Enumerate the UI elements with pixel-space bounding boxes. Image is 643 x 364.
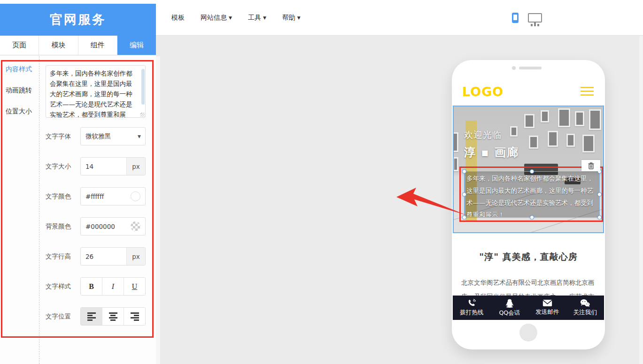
red-annotation-arrow	[394, 186, 468, 218]
dropdown-caret-icon: ▼	[297, 15, 301, 20]
phone-handset-icon	[467, 299, 476, 307]
selection-bounds: 多年来，国内各种名家创作都会聚集在这里，这里是国内最大的艺术画廊，这里的每一种艺…	[464, 171, 600, 218]
font-color-value: #ffffff	[85, 193, 104, 200]
bg-color-value: #000000	[85, 223, 115, 230]
banner-block[interactable]: 欢迎光临 淳 ▪ 画廊 多年来，国内各种名家创作都会聚集在这里，这里是国内最大的	[453, 106, 604, 233]
italic-letter: I	[112, 282, 114, 291]
hotline-button[interactable]: 拨打热线	[453, 296, 491, 320]
textarea-resize-handle[interactable]	[140, 113, 145, 117]
bottom-nav-label: QQ会话	[499, 309, 520, 317]
bg-color-label: 背景颜色	[46, 222, 80, 231]
page-scrollbar-track[interactable]	[639, 36, 643, 364]
font-family-select[interactable]: 微软雅黑 ▼	[80, 127, 146, 145]
align-left-button[interactable]	[81, 308, 102, 325]
article-section: "淳" 真美感，直敲心房 北京文华阁艺术品有限公司北京画店简称北京画店，乃我国当…	[453, 234, 604, 296]
tab-components[interactable]: 组件	[78, 36, 117, 55]
font-style-label: 文字样式	[46, 282, 80, 291]
article-body-text: 北京文华阁艺术品有限公司北京画店简称北京画店，乃我国当代最早的专业画店之一。应艺…	[461, 275, 596, 296]
brand-title: 官网服务	[50, 11, 106, 28]
font-color-label: 文字颜色	[46, 192, 80, 201]
text-align-label: 文字位置	[46, 312, 80, 321]
font-color-picker[interactable]: #ffffff	[80, 187, 146, 205]
top-menubar: 模板 网站信息▼ 工具▼ 帮助▼	[156, 0, 643, 36]
section-animation-jump[interactable]: 动画跳转	[6, 86, 32, 95]
resize-handle-n[interactable]	[530, 169, 534, 174]
follow-us-button[interactable]: 关注我们	[566, 296, 604, 320]
top-strip	[0, 0, 156, 4]
font-family-value: 微软雅黑	[85, 132, 111, 141]
tab-pages[interactable]: 页面	[0, 36, 39, 55]
banner-welcome-text: 欢迎光临	[464, 129, 502, 141]
font-color-swatch[interactable]	[131, 191, 140, 201]
website-builder-app: 官网服务 模板 网站信息▼ 工具▼ 帮助▼ 页面 模块 组件 编辑 内容样式 动…	[0, 0, 643, 364]
hamburger-menu-icon[interactable]	[581, 87, 594, 98]
resize-handle-nw[interactable]	[462, 169, 466, 174]
banner-paragraph-text: 多年来，国内各种名家创作都会聚集在这里，这里是国内最大的艺术画廊，这里的每一种艺…	[466, 172, 597, 217]
field-line-height: 文字行高 26 px	[46, 247, 146, 265]
mail-icon	[542, 299, 552, 307]
banner-title-text: 淳 ▪ 画廊	[464, 145, 519, 160]
menu-item-templates[interactable]: 模板	[171, 14, 185, 22]
line-height-label: 文字行高	[46, 252, 80, 261]
site-logo[interactable]: LOGO	[462, 84, 504, 99]
section-content-style[interactable]: 内容样式	[6, 65, 32, 74]
menu-item-help[interactable]: 帮助▼	[282, 14, 301, 22]
bg-color-swatch[interactable]	[131, 221, 140, 231]
font-size-label: 文字大小	[46, 162, 80, 171]
select-caret-icon: ▼	[138, 134, 141, 139]
brand-header: 官网服务	[0, 4, 156, 36]
italic-button[interactable]: I	[102, 278, 124, 295]
field-font-color: 文字颜色 #ffffff	[46, 187, 146, 205]
qq-chat-button[interactable]: QQ会话	[491, 296, 529, 320]
phone-camera-dot	[512, 66, 516, 70]
bottom-nav-label: 拨打热线	[460, 309, 483, 317]
bottom-nav-label: 关注我们	[573, 309, 597, 317]
font-family-label: 文字字体	[46, 132, 80, 141]
align-center-icon	[109, 312, 117, 321]
send-mail-button[interactable]: 发送邮件	[528, 296, 566, 320]
menu-item-tools[interactable]: 工具▼	[248, 14, 266, 22]
line-height-input[interactable]: 26	[81, 253, 126, 260]
selected-text-block[interactable]: 多年来，国内各种名家创作都会聚集在这里，这里是国内最大的艺术画廊，这里的每一种艺…	[459, 167, 603, 222]
top-menu-items: 模板 网站信息▼ 工具▼ 帮助▼	[156, 14, 301, 22]
mobile-site-header: LOGO	[453, 77, 604, 106]
panel-scrollbar-track[interactable]	[156, 56, 160, 364]
phone-mockup: LOGO	[452, 60, 605, 349]
mobile-bottom-nav: 拨打热线 QQ会话	[453, 296, 604, 320]
bg-color-picker[interactable]: #000000	[80, 217, 146, 235]
underline-button[interactable]: U	[124, 278, 145, 295]
section-position-size[interactable]: 位置大小	[6, 107, 32, 116]
align-center-button[interactable]	[102, 308, 124, 325]
font-size-input[interactable]: 14	[81, 163, 126, 170]
qq-icon	[506, 299, 513, 308]
field-font-family: 文字字体 微软雅黑 ▼	[46, 127, 146, 145]
trash-icon	[588, 162, 594, 169]
align-right-icon	[131, 312, 139, 321]
field-font-style: 文字样式 B I U	[46, 277, 146, 296]
desktop-preview-icon[interactable]	[528, 13, 542, 23]
bold-letter: B	[89, 282, 94, 291]
tab-edit[interactable]: 编辑	[117, 36, 156, 55]
mobile-preview-icon[interactable]	[512, 13, 519, 23]
line-height-unit: px	[126, 248, 145, 265]
font-size-unit: px	[126, 158, 145, 175]
bottom-nav-label: 发送邮件	[535, 308, 559, 316]
field-bg-color: 背景颜色 #000000	[46, 217, 146, 235]
tab-modules[interactable]: 模块	[39, 36, 78, 55]
phone-home-button[interactable]	[519, 324, 537, 341]
delete-block-button[interactable]	[581, 160, 600, 171]
resize-handle-se[interactable]	[597, 215, 602, 220]
phone-speaker-bar	[519, 67, 542, 69]
align-right-button[interactable]	[124, 308, 145, 325]
article-heading: "淳" 真美感，直敲心房	[453, 251, 604, 263]
field-text-align: 文字位置	[46, 307, 146, 326]
phone-screen: LOGO	[453, 77, 604, 320]
menu-item-site-info[interactable]: 网站信息▼	[201, 14, 232, 22]
resize-handle-s[interactable]	[530, 215, 534, 220]
wechat-icon	[580, 299, 590, 307]
content-text-input[interactable]: 多年来，国内各种名家创作都会聚集在这里，这里是国内最大的艺术画廊，这里的每一种艺…	[46, 65, 146, 118]
resize-handle-e[interactable]	[597, 192, 602, 197]
dropdown-caret-icon: ▼	[229, 15, 232, 20]
bold-button[interactable]: B	[81, 278, 102, 295]
textarea-scrollbar[interactable]	[141, 69, 145, 105]
